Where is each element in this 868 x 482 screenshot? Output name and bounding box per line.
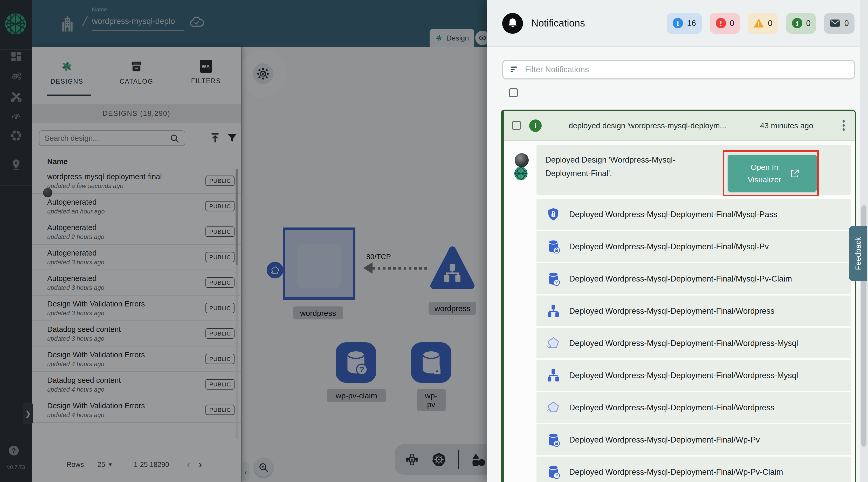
select-all-checkbox[interactable] xyxy=(509,88,518,99)
event-text: Deployed Wordpress-Mysql-Deployment-Fina… xyxy=(569,467,783,477)
severity-counter-info[interactable]: 16 xyxy=(667,13,702,33)
deployed-event-row[interactable]: Deployed Wordpress-Mysql-Deployment-Fina… xyxy=(536,263,851,295)
severity-counter-success[interactable]: 0 xyxy=(786,13,816,33)
shield-lock-icon xyxy=(546,207,560,221)
severity-icon xyxy=(792,18,803,29)
deployed-event-row[interactable]: Deployed Wordpress-Mysql-Deployment-Fina… xyxy=(536,199,851,231)
notification-card-header[interactable]: i deployed design 'wordpress-mysql-deplo… xyxy=(504,111,855,141)
external-link-icon xyxy=(789,168,800,178)
severity-count: 0 xyxy=(844,19,849,28)
severity-counter-read[interactable]: 0 xyxy=(824,13,855,33)
db-question-icon xyxy=(546,465,560,479)
severity-counters: 16 0 0 0 0 xyxy=(667,13,855,33)
severity-icon xyxy=(753,18,764,29)
deployed-event-row[interactable]: Deployed Wordpress-Mysql-Deployment-Fina… xyxy=(536,392,851,424)
severity-counter-error[interactable]: 0 xyxy=(710,13,740,33)
notification-detail: Deployed Design 'Wordpress-Mysql-Deploym… xyxy=(504,141,855,199)
user-avatar xyxy=(515,153,529,167)
event-text: Deployed Wordpress-Mysql-Deployment-Fina… xyxy=(569,209,777,219)
notifications-title: Notifications xyxy=(531,18,585,29)
modal-dim-overlay xyxy=(0,0,487,482)
severity-icon xyxy=(830,18,841,29)
deployed-event-row[interactable]: Deployed Wordpress-Mysql-Deployment-Fina… xyxy=(536,360,851,392)
notification-message-block: Deployed Design 'Wordpress-Mysql-Deploym… xyxy=(536,145,851,195)
deployed-event-row[interactable]: Deployed Wordpress-Mysql-Deployment-Fina… xyxy=(536,457,851,482)
event-text: Deployed Wordpress-Mysql-Deployment-Fina… xyxy=(569,435,760,444)
event-text: Deployed Wordpress-Mysql-Deployment-Fina… xyxy=(569,403,774,412)
severity-count: 16 xyxy=(687,19,696,28)
meshery-app: ❯ ? v0.7.73 / Name xyxy=(0,0,868,482)
filter-notifications-wrap xyxy=(502,60,855,80)
notification-message: Deployed Design 'Wordpress-Mysql-Deploym… xyxy=(545,153,681,180)
org-avatar xyxy=(514,166,528,181)
severity-count: 0 xyxy=(730,19,734,28)
info-severity-icon: i xyxy=(529,119,541,132)
event-text: Deployed Wordpress-Mysql-Deployment-Fina… xyxy=(569,274,792,283)
pentagon-icon xyxy=(546,400,560,415)
open-in-visualizer-button[interactable]: Open In Visualizer xyxy=(728,155,817,192)
deployed-event-row[interactable]: Deployed Wordpress-Mysql-Deployment-Fina… xyxy=(536,231,851,263)
notifications-header: Notifications 16 0 0 0 0 xyxy=(487,0,868,47)
pentagon-icon xyxy=(546,336,560,350)
event-text: Deployed Wordpress-Mysql-Deployment-Fina… xyxy=(569,338,798,348)
severity-counter-warning[interactable]: 0 xyxy=(748,13,778,33)
annotation-highlight-box: Open In Visualizer xyxy=(723,150,819,196)
filter-notifications-input[interactable] xyxy=(502,60,855,80)
notification-menu-button[interactable] xyxy=(840,118,847,133)
bell-icon xyxy=(502,13,523,33)
workload-icon xyxy=(546,368,560,382)
feedback-label: Feedback xyxy=(854,237,862,270)
workload-icon xyxy=(546,304,560,318)
deployed-event-row[interactable]: Deployed Wordpress-Mysql-Deployment-Fina… xyxy=(536,328,851,360)
feedback-tab[interactable]: Feedback xyxy=(849,226,867,281)
event-text: Deployed Wordpress-Mysql-Deployment-Fina… xyxy=(569,306,774,315)
severity-icon xyxy=(715,18,726,29)
open-in-visualizer-label: Open In Visualizer xyxy=(745,161,784,186)
notification-card: i deployed design 'wordpress-mysql-deplo… xyxy=(501,110,856,482)
db-question-icon xyxy=(546,272,560,286)
notification-checkbox[interactable] xyxy=(512,121,521,130)
notification-summary: deployed design 'wordpress-mysql-deploym… xyxy=(569,121,726,130)
notification-timestamp: 43 minutes ago xyxy=(760,121,813,130)
event-text: Deployed Wordpress-Mysql-Deployment-Fina… xyxy=(569,242,769,251)
deployed-events-list: Deployed Wordpress-Mysql-Deployment-Fina… xyxy=(536,199,851,482)
event-text: Deployed Wordpress-Mysql-Deployment-Fina… xyxy=(569,371,798,380)
notifications-panel: Notifications 16 0 0 0 0 xyxy=(487,0,868,482)
filter-lines-icon xyxy=(509,64,519,75)
deployed-event-row[interactable]: Deployed Wordpress-Mysql-Deployment-Fina… xyxy=(536,295,851,328)
severity-count: 0 xyxy=(768,19,772,28)
db-lock-icon xyxy=(546,239,560,253)
db-lock-icon xyxy=(546,433,560,447)
severity-icon xyxy=(673,18,684,29)
severity-count: 0 xyxy=(806,19,811,28)
deployed-event-row[interactable]: Deployed Wordpress-Mysql-Deployment-Fina… xyxy=(536,424,851,457)
